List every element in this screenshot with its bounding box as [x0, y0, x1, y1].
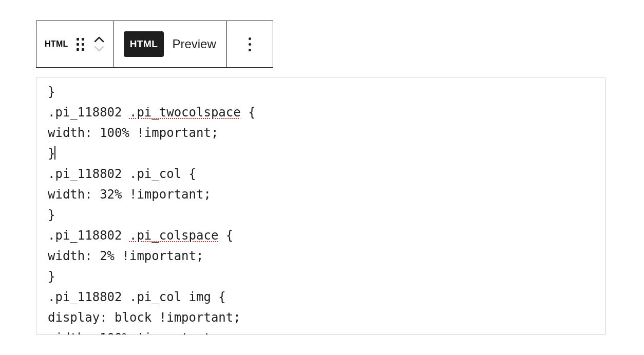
code-line: .pi_118802 .pi_col { — [48, 167, 196, 181]
code-line: width: 2% !important; — [48, 249, 203, 263]
code-line: .pi_118802 .pi_colspace { — [48, 228, 233, 243]
code-line: width: 100% !important; — [48, 126, 218, 140]
toolbar-left-section: HTML — [36, 21, 113, 67]
code-line: } — [48, 146, 55, 161]
toolbar-more-section — [227, 21, 273, 67]
block-toolbar: HTML HTML Preview — [36, 21, 273, 68]
text-caret — [54, 146, 55, 160]
chevron-down-icon[interactable] — [92, 45, 106, 53]
more-options-icon[interactable] — [234, 37, 266, 51]
mode-toggle-section: HTML Preview — [113, 21, 227, 67]
preview-mode-button[interactable]: Preview — [172, 37, 216, 51]
block-type-label[interactable]: HTML — [44, 40, 71, 49]
code-line: } — [48, 269, 55, 284]
html-mode-button[interactable]: HTML — [124, 31, 164, 57]
code-line: .pi_118802 .pi_twocolspace { — [48, 105, 256, 120]
code-line: width: 100% !important; — [48, 331, 218, 335]
chevron-up-icon[interactable] — [92, 35, 106, 44]
code-line: display: block !important; — [48, 310, 241, 325]
code-line: } — [48, 85, 55, 99]
move-arrows — [89, 35, 106, 53]
code-line: width: 32% !important; — [48, 187, 211, 202]
html-code-editor[interactable]: } .pi_118802 .pi_twocolspace { width: 10… — [36, 77, 606, 335]
code-line: } — [48, 208, 55, 222]
code-line: .pi_118802 .pi_col img { — [48, 290, 226, 304]
drag-handle-icon[interactable] — [71, 33, 89, 56]
